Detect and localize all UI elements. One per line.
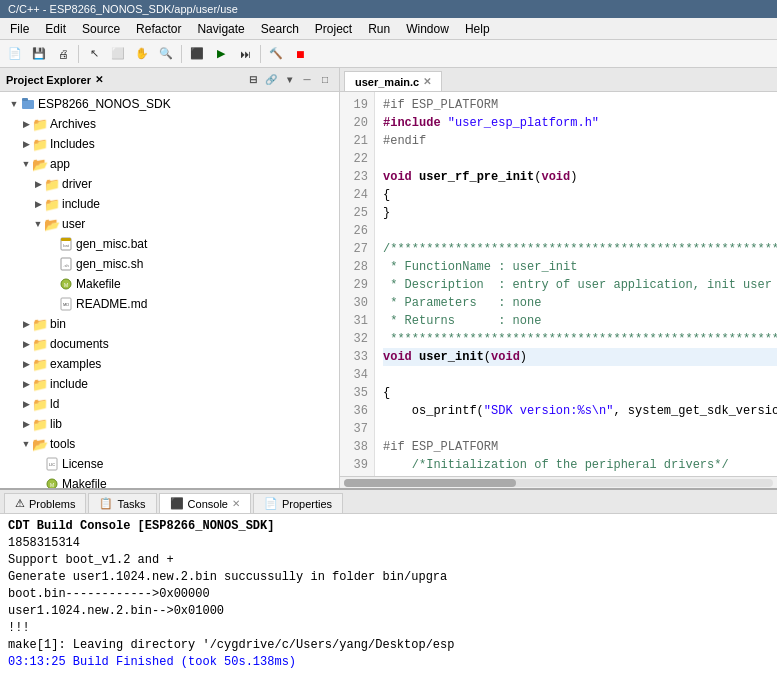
- tab-user-main[interactable]: user_main.c ✕: [344, 71, 442, 91]
- tree-label-include-app: include: [62, 197, 100, 211]
- tree-item-user[interactable]: ▼ 📂 user: [0, 214, 339, 234]
- expand-app[interactable]: ▼: [20, 158, 32, 170]
- tree-label-documents: documents: [50, 337, 109, 351]
- tree-item-makefile-user[interactable]: M Makefile: [0, 274, 339, 294]
- toolbar-print[interactable]: 🖨: [52, 43, 74, 65]
- svg-text:MD: MD: [63, 302, 69, 307]
- svg-text:M: M: [64, 282, 68, 288]
- tree-item-license[interactable]: LIC License: [0, 454, 339, 474]
- menu-run[interactable]: Run: [362, 20, 396, 38]
- tree-item-gen-misc-sh[interactable]: .sh gen_misc.sh: [0, 254, 339, 274]
- explorer-menu-btn[interactable]: ▾: [281, 72, 297, 88]
- tree-item-includes[interactable]: ▶ 📁 Includes: [0, 134, 339, 154]
- expand-user[interactable]: ▼: [32, 218, 44, 230]
- tree-item-tools[interactable]: ▼ 📂 tools: [0, 434, 339, 454]
- lib-icon: 📁: [32, 416, 48, 432]
- tab-user-main-close[interactable]: ✕: [423, 76, 431, 87]
- tab-console[interactable]: ⬛ Console ✕: [159, 493, 251, 513]
- toolbar-zoom[interactable]: 🔍: [155, 43, 177, 65]
- toolbar-stop[interactable]: ⏹: [289, 43, 311, 65]
- tree-item-root[interactable]: ▼ ESP8266_NONOS_SDK: [0, 94, 339, 114]
- tree-item-archives[interactable]: ▶ 📁 Archives: [0, 114, 339, 134]
- editor-tabs: user_main.c ✕: [340, 68, 777, 92]
- tree-item-include-app[interactable]: ▶ 📁 include: [0, 194, 339, 214]
- editor-content[interactable]: 19 20 21 22 23 24 25 26 27 28 29 30 31 3…: [340, 92, 777, 476]
- documents-icon: 📁: [32, 336, 48, 352]
- toolbar-run[interactable]: ▶: [210, 43, 232, 65]
- tree-label-include-root: include: [50, 377, 88, 391]
- tree-item-documents[interactable]: ▶ 📁 documents: [0, 334, 339, 354]
- expand-include-app[interactable]: ▶: [32, 198, 44, 210]
- project-explorer-title-group: Project Explorer ✕: [6, 74, 103, 86]
- tree-item-examples[interactable]: ▶ 📁 examples: [0, 354, 339, 374]
- toolbar-new[interactable]: 📄: [4, 43, 26, 65]
- console-title: CDT Build Console [ESP8266_NONOS_SDK]: [8, 519, 274, 533]
- toolbar-step[interactable]: ⏭: [234, 43, 256, 65]
- expand-bin[interactable]: ▶: [20, 318, 32, 330]
- project-explorer-close-icon[interactable]: ✕: [95, 74, 103, 85]
- toolbar-build[interactable]: 🔨: [265, 43, 287, 65]
- toolbar-hand[interactable]: ✋: [131, 43, 153, 65]
- tab-problems-icon: ⚠: [15, 497, 25, 510]
- tree-item-driver[interactable]: ▶ 📁 driver: [0, 174, 339, 194]
- tree-item-readme[interactable]: MD README.md: [0, 294, 339, 314]
- tab-properties-icon: 📄: [264, 497, 278, 510]
- menu-edit[interactable]: Edit: [39, 20, 72, 38]
- tree-item-gen-misc-bat[interactable]: bat gen_misc.bat: [0, 234, 339, 254]
- tab-tasks-icon: 📋: [99, 497, 113, 510]
- toolbar-cursor[interactable]: ↖: [83, 43, 105, 65]
- user-icon: 📂: [44, 216, 60, 232]
- expand-archives[interactable]: ▶: [20, 118, 32, 130]
- menu-refactor[interactable]: Refactor: [130, 20, 187, 38]
- tree-item-lib[interactable]: ▶ 📁 lib: [0, 414, 339, 434]
- ld-icon: 📁: [32, 396, 48, 412]
- toolbar-debug[interactable]: ⬛: [186, 43, 208, 65]
- expand-driver[interactable]: ▶: [32, 178, 44, 190]
- expand-documents[interactable]: ▶: [20, 338, 32, 350]
- tab-properties[interactable]: 📄 Properties: [253, 493, 343, 513]
- menu-file[interactable]: File: [4, 20, 35, 38]
- expand-ld[interactable]: ▶: [20, 398, 32, 410]
- menu-source[interactable]: Source: [76, 20, 126, 38]
- tree-item-include-root[interactable]: ▶ 📁 include: [0, 374, 339, 394]
- line-numbers: 19 20 21 22 23 24 25 26 27 28 29 30 31 3…: [340, 92, 375, 476]
- menu-navigate[interactable]: Navigate: [191, 20, 250, 38]
- menu-search[interactable]: Search: [255, 20, 305, 38]
- tree-item-ld[interactable]: ▶ 📁 ld: [0, 394, 339, 414]
- tree-item-makefile-root[interactable]: M Makefile: [0, 474, 339, 488]
- menu-bar: File Edit Source Refactor Navigate Searc…: [0, 18, 777, 40]
- collapse-all-btn[interactable]: ⊟: [245, 72, 261, 88]
- toolbar-select[interactable]: ⬜: [107, 43, 129, 65]
- expand-lib[interactable]: ▶: [20, 418, 32, 430]
- tree-item-app[interactable]: ▼ 📂 app: [0, 154, 339, 174]
- console-line-1: Support boot_v1.2 and +: [8, 552, 769, 569]
- explorer-max-btn[interactable]: □: [317, 72, 333, 88]
- expand-examples[interactable]: ▶: [20, 358, 32, 370]
- tree-label-user: user: [62, 217, 85, 231]
- expand-tools[interactable]: ▼: [20, 438, 32, 450]
- tab-tasks[interactable]: 📋 Tasks: [88, 493, 156, 513]
- toolbar-sep-1: [78, 45, 79, 63]
- include-app-icon: 📁: [44, 196, 60, 212]
- svg-text:.sh: .sh: [63, 263, 68, 268]
- explorer-min-btn[interactable]: ─: [299, 72, 315, 88]
- tab-console-label: Console: [188, 498, 228, 510]
- scrollbar-thumb[interactable]: [344, 479, 516, 487]
- link-editor-btn[interactable]: 🔗: [263, 72, 279, 88]
- menu-help[interactable]: Help: [459, 20, 496, 38]
- expand-root[interactable]: ▼: [8, 98, 20, 110]
- code-content[interactable]: #if ESP_PLATFORM #include "user_esp_plat…: [375, 92, 777, 476]
- tree-item-bin[interactable]: ▶ 📁 bin: [0, 314, 339, 334]
- editor-scrollbar[interactable]: [340, 476, 777, 488]
- tab-problems[interactable]: ⚠ Problems: [4, 493, 86, 513]
- expand-include-root[interactable]: ▶: [20, 378, 32, 390]
- menu-project[interactable]: Project: [309, 20, 358, 38]
- tree-label-gen-misc-sh: gen_misc.sh: [76, 257, 143, 271]
- expand-includes[interactable]: ▶: [20, 138, 32, 150]
- tree-label-makefile-root: Makefile: [62, 477, 107, 488]
- scrollbar-track[interactable]: [344, 479, 773, 487]
- tab-console-close[interactable]: ✕: [232, 498, 240, 509]
- tree-label-root: ESP8266_NONOS_SDK: [38, 97, 171, 111]
- toolbar-save[interactable]: 💾: [28, 43, 50, 65]
- menu-window[interactable]: Window: [400, 20, 455, 38]
